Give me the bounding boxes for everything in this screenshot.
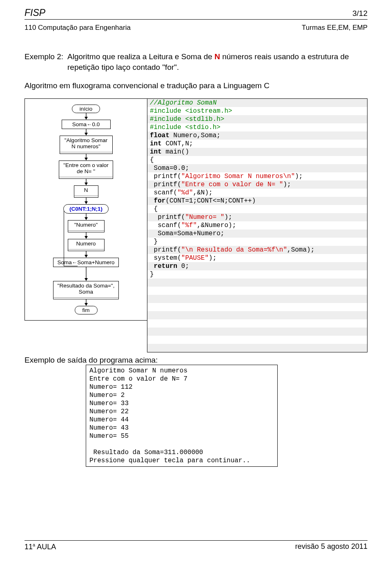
svg-marker-11 [85,217,88,220]
flow-io-read-n: N [74,185,98,198]
svg-marker-13 [85,236,88,239]
page-header: FISP 3/12 [24,7,368,18]
header-rule [24,19,368,20]
flow-fim: fim [75,306,98,314]
flowchart-column: início Soma←0.0 "Algoritmo Somar N numer… [24,98,147,321]
svg-marker-15 [85,255,88,258]
svg-marker-17 [85,278,88,281]
flow-inicio: início [72,105,100,113]
two-column-layout: início Soma←0.0 "Algoritmo Somar N numer… [24,98,368,352]
flow-assign: Soma←Soma+Numero [53,258,119,267]
output-box: Algoritmo Somar N numeros Entre com o va… [86,365,278,467]
flow-loop-header: (C0NT:1;N;1) [63,204,109,214]
paragraph-2: Algoritmo em fluxograma convencional e t… [24,81,368,90]
flow-io-prompt-n: "Entre com o valor de N= " [59,160,113,179]
flow-io-prompt-numero: "Numero" [68,220,105,232]
flow-feedback-line [64,210,78,266]
flow-loop-block: (C0NT:1;N;1) "Numero" Numero Soma←Soma+N… [53,204,119,267]
flow-io-result: "Resultado da Soma=", Soma [53,281,119,299]
header-right: 3/12 [352,7,368,18]
subheader-left: 110 Computação para Engenharia [24,24,131,32]
svg-marker-7 [85,183,88,185]
flow-soma-init: Soma←0.0 [62,120,111,129]
svg-marker-9 [85,201,88,204]
svg-marker-5 [85,158,88,160]
example-intro: Exemplo 2:Algoritmo que realiza a Leitur… [24,51,368,72]
flow-io-read-numero: Numero [68,239,105,251]
page-footer: 11a AULA revisão 5 agosto 2011 [24,539,368,551]
intro-text-before: Algoritmo que realiza a Leitura e Soma d… [67,52,214,61]
page-subheader: 110 Computação para Engenharia Turmas EE… [24,24,368,32]
code-listing: //Algoritmo SomaN#include <iostream.h>#i… [147,99,367,352]
header-left: FISP [24,7,45,18]
svg-marker-19 [85,303,88,306]
intro-N: N [214,52,220,61]
footer-right: revisão 5 agosto 2011 [295,542,368,551]
svg-marker-3 [85,133,88,136]
subheader-right: Turmas EE,EM, EMP [302,24,368,32]
footer-left: 11a AULA [24,542,56,551]
flow-io-title: "Algoritmo Somar N numeros" [60,136,113,154]
output-caption: Exemplo de saída do programa acima: [24,356,368,365]
svg-marker-1 [85,117,88,120]
example-label: Exemplo 2: [24,51,67,62]
code-column: //Algoritmo SomaN#include <iostream.h>#i… [147,98,368,352]
